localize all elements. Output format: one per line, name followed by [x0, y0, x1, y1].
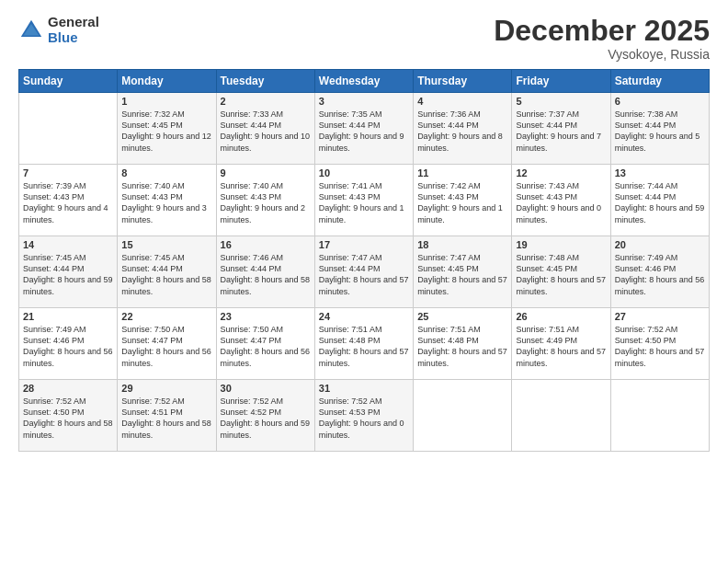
day-number: 8	[121, 167, 211, 178]
day-info: Sunrise: 7:40 AMSunset: 4:43 PMDaylight:…	[221, 180, 311, 225]
logo-icon	[18, 17, 44, 43]
week-row-1: 1Sunrise: 7:32 AMSunset: 4:45 PMDaylight…	[19, 93, 710, 165]
calendar-cell-2-3: 17Sunrise: 7:47 AMSunset: 4:44 PMDayligh…	[314, 236, 413, 308]
day-number: 13	[615, 167, 705, 178]
calendar-cell-4-2: 30Sunrise: 7:52 AMSunset: 4:52 PMDayligh…	[216, 380, 314, 452]
title-block: December 2025 Vysokoye, Russia	[494, 15, 710, 62]
day-info: Sunrise: 7:52 AMSunset: 4:53 PMDaylight:…	[319, 396, 409, 441]
calendar-table: Sunday Monday Tuesday Wednesday Thursday…	[18, 69, 710, 452]
day-number: 12	[516, 167, 606, 178]
day-info: Sunrise: 7:51 AMSunset: 4:48 PMDaylight:…	[417, 324, 507, 369]
day-info: Sunrise: 7:52 AMSunset: 4:50 PMDaylight:…	[23, 396, 113, 441]
calendar-cell-3-5: 26Sunrise: 7:51 AMSunset: 4:49 PMDayligh…	[512, 308, 610, 380]
day-info: Sunrise: 7:39 AMSunset: 4:43 PMDaylight:…	[23, 180, 113, 225]
day-number: 31	[319, 383, 409, 394]
day-info: Sunrise: 7:50 AMSunset: 4:47 PMDaylight:…	[121, 324, 211, 369]
day-info: Sunrise: 7:52 AMSunset: 4:50 PMDaylight:…	[615, 324, 705, 369]
day-number: 20	[615, 239, 705, 250]
header-wednesday: Wednesday	[314, 70, 413, 93]
day-number: 30	[221, 383, 311, 394]
calendar-cell-0-6: 6Sunrise: 7:38 AMSunset: 4:44 PMDaylight…	[610, 93, 709, 165]
day-number: 10	[319, 167, 409, 178]
calendar-cell-4-6	[610, 380, 709, 452]
day-number: 2	[221, 96, 311, 107]
calendar-cell-1-1: 8Sunrise: 7:40 AMSunset: 4:43 PMDaylight…	[118, 165, 216, 236]
calendar-cell-3-0: 21Sunrise: 7:49 AMSunset: 4:46 PMDayligh…	[19, 308, 118, 380]
calendar-cell-0-0	[19, 93, 118, 165]
day-number: 19	[516, 239, 606, 250]
day-info: Sunrise: 7:51 AMSunset: 4:49 PMDaylight:…	[516, 324, 606, 369]
calendar-cell-0-5: 5Sunrise: 7:37 AMSunset: 4:44 PMDaylight…	[512, 93, 610, 165]
day-number: 23	[221, 311, 311, 322]
day-info: Sunrise: 7:37 AMSunset: 4:44 PMDaylight:…	[516, 109, 606, 154]
calendar-cell-3-2: 23Sunrise: 7:50 AMSunset: 4:47 PMDayligh…	[216, 308, 314, 380]
calendar-cell-2-6: 20Sunrise: 7:49 AMSunset: 4:46 PMDayligh…	[610, 236, 709, 308]
calendar-cell-4-1: 29Sunrise: 7:52 AMSunset: 4:51 PMDayligh…	[118, 380, 216, 452]
calendar-subtitle: Vysokoye, Russia	[494, 47, 710, 62]
day-number: 17	[319, 239, 409, 250]
week-row-4: 21Sunrise: 7:49 AMSunset: 4:46 PMDayligh…	[19, 308, 710, 380]
day-info: Sunrise: 7:50 AMSunset: 4:47 PMDaylight:…	[221, 324, 311, 369]
day-number: 15	[121, 239, 211, 250]
day-info: Sunrise: 7:47 AMSunset: 4:44 PMDaylight:…	[319, 252, 409, 297]
day-info: Sunrise: 7:32 AMSunset: 4:45 PMDaylight:…	[121, 109, 211, 154]
calendar-cell-0-1: 1Sunrise: 7:32 AMSunset: 4:45 PMDaylight…	[118, 93, 216, 165]
calendar-cell-2-2: 16Sunrise: 7:46 AMSunset: 4:44 PMDayligh…	[216, 236, 314, 308]
calendar-cell-3-6: 27Sunrise: 7:52 AMSunset: 4:50 PMDayligh…	[610, 308, 709, 380]
calendar-page: General Blue December 2025 Vysokoye, Rus…	[0, 0, 728, 563]
day-number: 27	[615, 311, 705, 322]
calendar-cell-1-3: 10Sunrise: 7:41 AMSunset: 4:43 PMDayligh…	[314, 165, 413, 236]
calendar-cell-0-4: 4Sunrise: 7:36 AMSunset: 4:44 PMDaylight…	[414, 93, 512, 165]
day-number: 16	[221, 239, 311, 250]
day-number: 3	[319, 96, 409, 107]
page-header: General Blue December 2025 Vysokoye, Rus…	[18, 15, 710, 62]
day-number: 24	[319, 311, 409, 322]
day-info: Sunrise: 7:43 AMSunset: 4:43 PMDaylight:…	[516, 180, 606, 225]
header-sunday: Sunday	[19, 70, 118, 93]
calendar-cell-1-6: 13Sunrise: 7:44 AMSunset: 4:44 PMDayligh…	[610, 165, 709, 236]
day-info: Sunrise: 7:44 AMSunset: 4:44 PMDaylight:…	[615, 180, 705, 225]
day-number: 11	[417, 167, 507, 178]
day-number: 5	[516, 96, 606, 107]
day-number: 6	[615, 96, 705, 107]
calendar-cell-2-4: 18Sunrise: 7:47 AMSunset: 4:45 PMDayligh…	[414, 236, 512, 308]
day-info: Sunrise: 7:41 AMSunset: 4:43 PMDaylight:…	[319, 180, 409, 225]
day-info: Sunrise: 7:51 AMSunset: 4:48 PMDaylight:…	[319, 324, 409, 369]
calendar-cell-2-1: 15Sunrise: 7:45 AMSunset: 4:44 PMDayligh…	[118, 236, 216, 308]
header-saturday: Saturday	[610, 70, 709, 93]
header-thursday: Thursday	[414, 70, 512, 93]
day-info: Sunrise: 7:35 AMSunset: 4:44 PMDaylight:…	[319, 109, 409, 154]
calendar-cell-4-0: 28Sunrise: 7:52 AMSunset: 4:50 PMDayligh…	[19, 380, 118, 452]
calendar-title: December 2025	[494, 15, 710, 47]
day-number: 26	[516, 311, 606, 322]
logo-general-label: General	[48, 15, 99, 30]
logo: General Blue	[18, 15, 99, 45]
day-number: 22	[121, 311, 211, 322]
calendar-cell-1-0: 7Sunrise: 7:39 AMSunset: 4:43 PMDaylight…	[19, 165, 118, 236]
header-monday: Monday	[118, 70, 216, 93]
calendar-cell-4-5	[512, 380, 610, 452]
day-number: 9	[221, 167, 311, 178]
day-number: 7	[23, 167, 113, 178]
calendar-cell-4-3: 31Sunrise: 7:52 AMSunset: 4:53 PMDayligh…	[314, 380, 413, 452]
calendar-cell-3-4: 25Sunrise: 7:51 AMSunset: 4:48 PMDayligh…	[414, 308, 512, 380]
calendar-cell-2-0: 14Sunrise: 7:45 AMSunset: 4:44 PMDayligh…	[19, 236, 118, 308]
week-row-3: 14Sunrise: 7:45 AMSunset: 4:44 PMDayligh…	[19, 236, 710, 308]
day-info: Sunrise: 7:45 AMSunset: 4:44 PMDaylight:…	[121, 252, 211, 297]
day-number: 4	[417, 96, 507, 107]
header-tuesday: Tuesday	[216, 70, 314, 93]
day-number: 14	[23, 239, 113, 250]
calendar-cell-0-3: 3Sunrise: 7:35 AMSunset: 4:44 PMDaylight…	[314, 93, 413, 165]
day-info: Sunrise: 7:40 AMSunset: 4:43 PMDaylight:…	[121, 180, 211, 225]
day-number: 18	[417, 239, 507, 250]
day-number: 29	[121, 383, 211, 394]
calendar-cell-1-5: 12Sunrise: 7:43 AMSunset: 4:43 PMDayligh…	[512, 165, 610, 236]
day-info: Sunrise: 7:49 AMSunset: 4:46 PMDaylight:…	[23, 324, 113, 369]
day-info: Sunrise: 7:48 AMSunset: 4:45 PMDaylight:…	[516, 252, 606, 297]
calendar-cell-1-4: 11Sunrise: 7:42 AMSunset: 4:43 PMDayligh…	[414, 165, 512, 236]
day-info: Sunrise: 7:42 AMSunset: 4:43 PMDaylight:…	[417, 180, 507, 225]
calendar-cell-2-5: 19Sunrise: 7:48 AMSunset: 4:45 PMDayligh…	[512, 236, 610, 308]
day-info: Sunrise: 7:49 AMSunset: 4:46 PMDaylight:…	[615, 252, 705, 297]
day-info: Sunrise: 7:38 AMSunset: 4:44 PMDaylight:…	[615, 109, 705, 154]
header-friday: Friday	[512, 70, 610, 93]
